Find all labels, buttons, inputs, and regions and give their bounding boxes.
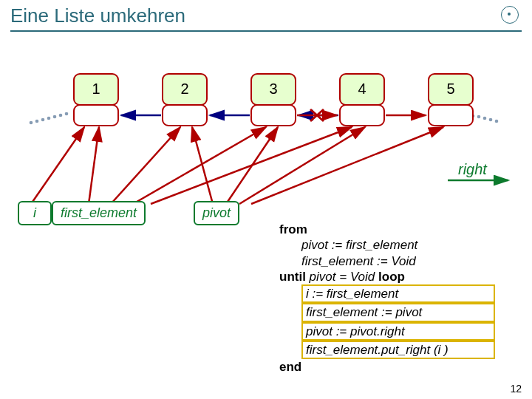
svg-point-0 xyxy=(30,121,33,125)
svg-rect-23 xyxy=(340,105,384,126)
code-line-2: pivot := first_element xyxy=(279,237,527,253)
svg-point-11 xyxy=(489,118,493,122)
arrow-i-node1 xyxy=(31,127,84,204)
arrow-first-node2 xyxy=(111,127,180,204)
var-pivot: pivot xyxy=(194,201,239,225)
svg-rect-14 xyxy=(74,105,118,126)
code-line-7: pivot := pivot.right xyxy=(301,322,495,341)
svg-point-9 xyxy=(477,115,481,119)
svg-rect-20 xyxy=(251,105,296,126)
algorithm-code: from pivot := first_element first_elemen… xyxy=(279,222,527,375)
node-1: 1 xyxy=(74,74,118,126)
svg-point-3 xyxy=(47,117,51,120)
svg-point-2 xyxy=(41,118,45,122)
page-title: Eine Liste umkehren xyxy=(0,0,532,29)
var-first: first_element xyxy=(52,201,146,225)
right-label: right xyxy=(458,161,487,178)
svg-text:5: 5 xyxy=(446,81,454,97)
svg-point-5 xyxy=(59,114,63,117)
svg-rect-17 xyxy=(163,105,207,126)
code-line-3: first_element := Void xyxy=(279,253,527,269)
arrow-first-node1 xyxy=(89,127,99,204)
svg-point-4 xyxy=(53,115,57,119)
arrow-first-node3 xyxy=(133,127,266,204)
code-line-5: i := first_element xyxy=(301,284,495,303)
var-i: i xyxy=(18,201,52,225)
brand-logo xyxy=(501,6,519,24)
kw-end: end xyxy=(279,360,301,374)
kw-until: until xyxy=(279,270,310,284)
kw-loop: loop xyxy=(375,270,405,284)
arrow-pivot-node2 xyxy=(192,127,213,204)
node-3: 3 xyxy=(251,74,296,126)
node-2: 2 xyxy=(163,74,207,126)
arrow-pivot-node3 xyxy=(226,127,278,204)
page-number: 12 xyxy=(510,383,522,395)
code-line-8: first_element.put_right (i ) xyxy=(301,341,495,359)
svg-text:2: 2 xyxy=(180,81,188,97)
svg-point-10 xyxy=(483,117,487,120)
svg-point-1 xyxy=(35,120,39,123)
kw-from: from xyxy=(279,222,307,236)
svg-text:4: 4 xyxy=(358,81,366,97)
code-line-6: first_element := pivot xyxy=(301,303,495,321)
svg-text:3: 3 xyxy=(269,81,277,97)
until-expr: pivot = Void xyxy=(310,270,375,284)
code-line-4: until pivot = Void loop xyxy=(279,270,405,284)
title-rule xyxy=(10,30,522,32)
node-5: 5 xyxy=(429,74,473,126)
dots-left-icon xyxy=(30,112,69,125)
svg-text:1: 1 xyxy=(92,81,100,97)
svg-point-12 xyxy=(495,120,499,123)
svg-point-6 xyxy=(65,112,69,116)
svg-rect-26 xyxy=(429,105,473,126)
node-4: 4 xyxy=(340,74,384,126)
